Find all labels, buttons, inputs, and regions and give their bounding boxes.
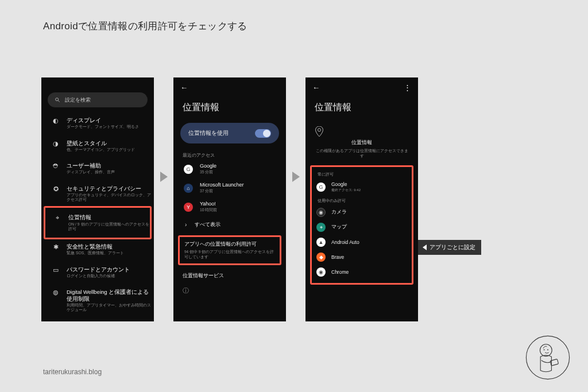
settings-sub: 色、テーマアイコン、アプリグリッド	[67, 148, 135, 152]
site-label: tariterukurashi.blog	[43, 368, 102, 376]
settings-row-security[interactable]: ✪ セキュリティとプライバシーアプリのセキュリティ、デバイスのロック、アクセス許…	[41, 180, 154, 208]
camera-icon: ◉	[316, 208, 326, 217]
center-label: 位置情報	[315, 139, 409, 146]
app-sub: 37 分前	[200, 188, 244, 194]
page-title: Androidで位置情報の利用許可をチェックする	[43, 20, 247, 33]
settings-row-display[interactable]: ◐ ディスプレイダークモード、フォントサイズ、明るさ	[41, 112, 154, 135]
center-desc: この権限があるアプリは位置情報にアクセスできます	[315, 148, 409, 158]
svg-point-5	[547, 349, 548, 350]
settings-row-google[interactable]: G Google	[41, 317, 154, 321]
settings-label: 壁紙とスタイル	[67, 140, 135, 146]
app-row-maps[interactable]: ⌖ マップ	[315, 220, 408, 235]
app-row-camera[interactable]: ◉ カメラ	[315, 205, 408, 220]
location-pin-icon	[315, 126, 409, 137]
chevron-right-icon: ›	[185, 222, 187, 228]
app-row-brave[interactable]: ◆ Brave	[315, 250, 408, 265]
app-name: Google	[331, 181, 361, 187]
perm-title: アプリへの位置情報の利用許可	[184, 240, 275, 248]
settings-label: Digital Wellbeing と保護者による使用制限	[67, 289, 154, 302]
maps-icon: ⌖	[316, 223, 326, 232]
annotation-text: アプリごとに設定	[430, 243, 475, 251]
settings-row-passwords[interactable]: ▭ パスワードとアカウントログインと自動入力の候補	[41, 261, 154, 284]
google-icon: G	[316, 183, 326, 192]
annotation-label: アプリごとに設定	[418, 240, 481, 255]
recent-app-launcher[interactable]: ⌂ Microsoft Launcher37 分前	[173, 178, 286, 197]
app-sub: 35 分前	[200, 169, 216, 175]
recent-app-google[interactable]: G Google35 分前	[173, 160, 286, 178]
show-all-label: すべて表示	[195, 221, 220, 228]
app-name: Brave	[331, 254, 344, 260]
shield-icon: ✪	[52, 185, 60, 192]
app-name: Microsoft Launcher	[200, 182, 244, 188]
svg-line-1	[58, 100, 60, 102]
settings-row-wellbeing[interactable]: ◍ Digital Wellbeing と保護者による使用制限利用時間、アプリタ…	[41, 284, 154, 317]
settings-sub: ディスプレイ、操作、音声	[67, 170, 115, 174]
chrome-icon: ◉	[316, 267, 326, 277]
app-sub: 最終アクセス: 9:42	[331, 188, 361, 193]
flow-arrow	[286, 77, 305, 321]
app-row-chrome[interactable]: ◉ Chrome	[315, 265, 408, 280]
svg-point-2	[526, 336, 569, 379]
back-icon[interactable]: ←	[312, 83, 320, 92]
settings-label: ディスプレイ	[67, 117, 139, 123]
highlight-location-row: ⌖ 位置情報ON / 9 個のアプリに位置情報へのアクセスを許可	[44, 206, 152, 239]
key-icon: ▭	[52, 266, 60, 273]
settings-label: セキュリティとプライバシー	[67, 185, 154, 192]
settings-label: 位置情報	[68, 214, 150, 220]
screen-title: 位置情報	[173, 97, 286, 123]
search-icon	[55, 97, 60, 103]
app-name: カメラ	[331, 209, 347, 216]
info-icon: ⓘ	[173, 284, 286, 297]
app-name: Android Auto	[331, 239, 359, 245]
show-all-button[interactable]: › すべて表示	[173, 216, 286, 233]
mascot-icon	[525, 335, 571, 381]
app-name: Google	[200, 163, 216, 169]
back-icon[interactable]: ←	[180, 83, 188, 92]
svg-point-0	[56, 98, 59, 101]
wellbeing-icon: ◍	[52, 289, 60, 296]
app-row-google[interactable]: G Google最終アクセス: 9:42	[315, 178, 408, 196]
settings-label: ユーザー補助	[67, 162, 115, 169]
settings-label: パスワードとアカウント	[67, 266, 130, 273]
settings-row-accessibility[interactable]: ⛑ ユーザー補助ディスプレイ、操作、音声	[41, 157, 154, 180]
emergency-icon: ✱	[52, 243, 60, 250]
phone-settings: 設定を検索 ◐ ディスプレイダークモード、フォントサイズ、明るさ ◑ 壁紙とスタ…	[41, 77, 154, 321]
settings-label: 安全性と緊急情報	[67, 243, 124, 250]
settings-row-safety[interactable]: ✱ 安全性と緊急情報緊急 SOS、医療情報、アラート	[41, 238, 154, 261]
app-name: マップ	[331, 224, 347, 231]
android-auto-icon: ▲	[316, 238, 326, 247]
flow-arrow	[154, 77, 173, 321]
location-toggle-card[interactable]: 位置情報を使用	[180, 123, 279, 143]
settings-sub: ログインと自動入力の候補	[67, 274, 130, 278]
ms-launcher-icon: ⌂	[184, 184, 193, 193]
app-name: Chrome	[331, 269, 349, 275]
palette-icon: ◑	[52, 140, 60, 147]
display-icon: ◐	[52, 117, 60, 124]
perm-sub: 94 個中 9 個のアプリに位置情報へのアクセスを許可しています	[184, 250, 275, 260]
app-sub: 10 時間前	[200, 207, 217, 213]
recent-app-yahoo[interactable]: Y Yahoo!10 時間前	[173, 197, 286, 216]
settings-sub: ダークモード、フォントサイズ、明るさ	[67, 125, 139, 129]
app-name: Yahoo!	[200, 201, 217, 207]
phone-app-permission: ← ⋮ 位置情報 位置情報 この権限があるアプリは位置情報にアクセスできます 常…	[305, 77, 418, 321]
settings-row-location[interactable]: ⌖ 位置情報ON / 9 個のアプリに位置情報へのアクセスを許可	[45, 209, 150, 236]
svg-point-4	[544, 349, 545, 350]
search-placeholder: 設定を検索	[65, 96, 91, 104]
yahoo-icon: Y	[184, 203, 193, 212]
location-icon: ⌖	[53, 214, 61, 221]
highlight-app-permission[interactable]: アプリへの位置情報の利用許可 94 個中 9 個のアプリに位置情報へのアクセスを…	[178, 235, 281, 265]
highlight-permission-list: 常に許可 G Google最終アクセス: 9:42 使用中のみ許可 ◉ カメラ …	[310, 165, 413, 285]
settings-row-wallpaper[interactable]: ◑ 壁紙とスタイル色、テーマアイコン、アプリグリッド	[41, 135, 154, 158]
more-icon[interactable]: ⋮	[404, 83, 411, 92]
brave-icon: ◆	[316, 253, 326, 262]
cat-always: 常に許可	[315, 169, 408, 178]
cat-inuse: 使用中のみ許可	[315, 196, 408, 205]
settings-sub: アプリのセキュリティ、デバイスのロック、アクセス許可	[67, 193, 154, 202]
switch-on-icon[interactable]	[255, 129, 271, 138]
accessibility-icon: ⛑	[52, 162, 60, 169]
settings-sub: 緊急 SOS、医療情報、アラート	[67, 251, 124, 255]
toggle-label: 位置情報を使用	[188, 130, 229, 137]
app-row-android-auto[interactable]: ▲ Android Auto	[315, 235, 408, 250]
search-input[interactable]: 設定を検索	[48, 92, 148, 107]
location-services-row[interactable]: 位置情報サービス	[173, 267, 286, 284]
